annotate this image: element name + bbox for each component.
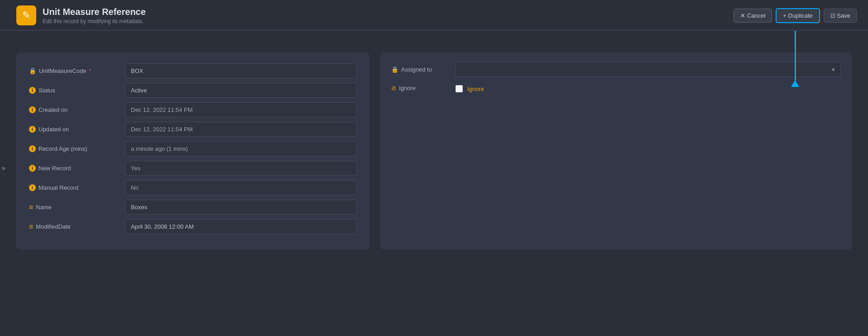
arrow-annotation: [791, 31, 799, 87]
lock-icon-assigned: 🔒: [391, 66, 398, 73]
header-title-block: Unit Measure Reference Edit this record …: [43, 7, 146, 24]
right-panel: 🔒 Assigned to ▾ ⊘ Ignore Ignore: [380, 53, 852, 250]
field-row-record-age: i Record Age (mins): [29, 141, 357, 156]
field-row-status: i Status: [29, 83, 357, 98]
field-row-name: ≡ Name: [29, 200, 357, 215]
ignore-label: Ignore: [467, 86, 484, 92]
page-subtitle: Edit this record by modifying its metada…: [43, 18, 146, 24]
assigned-to-dropdown[interactable]: ▾: [456, 62, 841, 77]
field-label-updated-on: i Updated on: [29, 126, 120, 133]
eye-off-icon: ⊘: [391, 85, 396, 91]
header-actions: ✕ Cancel + Duplicate ⊡ Save: [734, 8, 857, 23]
header-divider: [0, 30, 868, 31]
stack-icon-name: ≡: [29, 203, 33, 211]
record-age-input: [125, 141, 357, 156]
field-label-status: i Status: [29, 87, 120, 94]
cancel-button[interactable]: ✕ Cancel: [734, 9, 772, 23]
ignore-checkbox-row: Ignore: [456, 85, 484, 92]
chevron-down-icon: ▾: [832, 66, 835, 73]
required-asterisk: *: [89, 67, 91, 74]
unit-measure-code-input[interactable]: [125, 63, 357, 78]
arrow-line: [795, 31, 796, 81]
main-content: 🔒 UnitMeasureCode * i Status i Created o…: [0, 40, 868, 262]
assigned-to-row: 🔒 Assigned to ▾: [391, 62, 841, 77]
field-label-created-on: i Created on: [29, 106, 120, 113]
field-label-new-record: i New Record: [29, 165, 120, 172]
arrow-head: [791, 80, 799, 87]
field-label-assigned-to: 🔒 Assigned to: [391, 66, 450, 73]
field-row-unit-measure-code: 🔒 UnitMeasureCode *: [29, 63, 357, 78]
stack-icon-modified-date: ≡: [29, 223, 33, 231]
modified-date-input[interactable]: [125, 219, 357, 234]
header-bar: ✎ Unit Measure Reference Edit this recor…: [0, 0, 868, 30]
duplicate-button[interactable]: + Duplicate: [776, 8, 820, 23]
field-label-name: ≡ Name: [29, 203, 120, 211]
field-label-record-age: i Record Age (mins): [29, 145, 120, 152]
status-input[interactable]: [125, 83, 357, 98]
field-label-modified-date: ≡ ModifiedDate: [29, 223, 120, 231]
page-title: Unit Measure Reference: [43, 7, 146, 17]
lock-icon: 🔒: [29, 67, 36, 74]
info-icon-record-age: i: [29, 145, 36, 152]
info-icon-updated-on: i: [29, 126, 36, 133]
field-label-ignore: ⊘ Ignore: [391, 85, 450, 91]
save-button[interactable]: ⊡ Save: [824, 9, 857, 23]
created-on-input: [125, 102, 357, 117]
form-card: 🔒 UnitMeasureCode * i Status i Created o…: [16, 53, 369, 250]
ignore-row: ⊘ Ignore Ignore: [391, 83, 841, 92]
info-icon-new-record: i: [29, 165, 36, 172]
field-row-updated-on: i Updated on: [29, 122, 357, 137]
page-icon: ✎: [16, 5, 36, 25]
ignore-checkbox[interactable]: [456, 85, 463, 92]
field-label-manual-record: i Manual Record: [29, 184, 120, 191]
header-left: ✎ Unit Measure Reference Edit this recor…: [16, 5, 146, 25]
field-label-unit-measure-code: 🔒 UnitMeasureCode *: [29, 67, 120, 74]
info-icon-created-on: i: [29, 106, 36, 113]
info-icon-status: i: [29, 87, 36, 94]
new-record-input: [125, 161, 357, 176]
info-icon-manual-record: i: [29, 184, 36, 191]
field-row-manual-record: i Manual Record: [29, 180, 357, 195]
manual-record-input: [125, 180, 357, 195]
updated-on-input: [125, 122, 357, 137]
sidebar-toggle[interactable]: »: [0, 162, 7, 174]
field-row-modified-date: ≡ ModifiedDate: [29, 219, 357, 234]
name-input[interactable]: [125, 200, 357, 215]
field-row-new-record: i New Record: [29, 161, 357, 176]
field-row-created-on: i Created on: [29, 102, 357, 117]
